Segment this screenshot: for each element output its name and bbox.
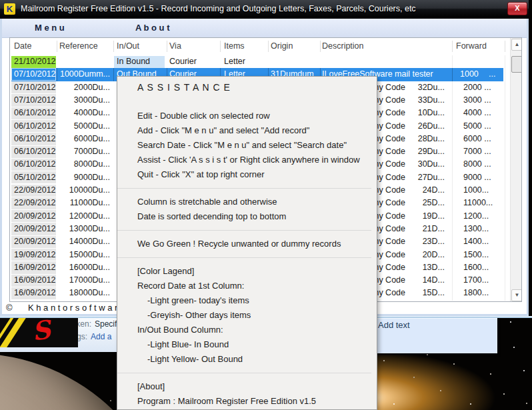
cell-reference: 1000Dumm... (57, 68, 110, 81)
cell-code: 30Du... (383, 158, 445, 171)
scroll-up-icon[interactable]: ▲ (511, 39, 522, 51)
cell-code: 19D... (383, 210, 445, 223)
cell-reference: 12000Du... (57, 210, 110, 223)
header-divider (452, 41, 453, 52)
title-bar[interactable]: K Mailroom Register Free Edition v1.5 - … (0, 0, 529, 19)
cell-code: 32Du... (383, 81, 445, 94)
cell-forward: 1300... (463, 223, 489, 235)
cell-forward: 6000 ... (463, 133, 491, 145)
scroll-down-icon[interactable]: ▼ (511, 289, 522, 301)
column-header-reference[interactable]: Reference (59, 38, 98, 55)
copyright-name: K h a n t o r s o f t w a r e (28, 302, 125, 314)
column-header-items[interactable]: Items (224, 38, 245, 55)
cell-date: 20/09/2012 (14, 223, 56, 235)
cell-date: 06/10/2012 (14, 107, 56, 119)
date-taken-value: Specif (95, 319, 117, 329)
cell-reference: 3000Du... (57, 94, 110, 107)
assistance-panel[interactable]: A S S I S T A N C E Edit - Double click … (117, 76, 377, 410)
header-divider (320, 41, 321, 52)
legend-light-green: -Light green- today's items (137, 293, 371, 308)
header-divider (505, 41, 505, 52)
copyright-symbol: © (6, 302, 13, 314)
add-text-label: Add text (378, 320, 410, 330)
cell-date: 07/10/2012 (14, 81, 56, 94)
logo-glyph: S (30, 318, 52, 347)
scrollbar-thumb[interactable] (511, 56, 522, 73)
legend-greyish: -Greyish- Other days items (137, 308, 371, 323)
cell-date: 06/10/2012 (14, 120, 56, 133)
screen: Date taken: Specif Tags: Add a S Add tex… (0, 0, 532, 410)
cell-reference: 18000Du... (57, 287, 110, 299)
cell-date: 21/10/2012 (14, 55, 56, 68)
close-button[interactable]: X (507, 2, 527, 15)
cell-reference: 17000Du... (57, 274, 110, 287)
cell-date: 16/09/2012 (14, 261, 56, 274)
cell-date: 20/09/2012 (14, 235, 56, 248)
divider (117, 230, 371, 231)
cell-date: 19/09/2012 (14, 249, 56, 261)
cell-reference: 4000Du... (57, 107, 110, 119)
cell-code: 29Du... (383, 145, 445, 158)
column-header-forward[interactable]: Forward (456, 38, 487, 55)
window-border (0, 19, 2, 316)
assistance-title: A S S I S T A N C E (137, 82, 371, 93)
cell-date: 06/10/2012 (14, 133, 56, 145)
divider (117, 373, 371, 373)
cell-date: 22/09/2012 (14, 184, 56, 197)
cell-forward: 7000 ... (463, 145, 491, 158)
column-header-via[interactable]: Via (169, 38, 181, 55)
cell-code: 23D... (383, 235, 445, 248)
app-icon: K (4, 3, 15, 15)
assist-line-add: Add - Click "M e n u" and select "Add re… (137, 123, 371, 138)
cell-reference: 10000Du... (57, 184, 110, 197)
cell-reference: 13000Du... (57, 223, 110, 235)
menu-bar: M e n u A b o u t (0, 19, 529, 38)
column-header-origin[interactable]: Origin (271, 38, 293, 55)
column-header-date[interactable]: Date (14, 38, 31, 55)
cell-forward: 1400... (463, 235, 489, 248)
column-header-description[interactable]: Description (322, 38, 364, 55)
cell-forward-ellipsis: ... (489, 68, 495, 81)
cell-code: 10Du... (383, 107, 445, 119)
cell-date: 05/10/2012 (14, 171, 56, 184)
menu-item-about[interactable]: A b o u t (135, 19, 170, 37)
cell-reference: 16000Du... (57, 261, 110, 274)
column-header-inout[interactable]: In/Out (117, 38, 139, 55)
about-header: [About] (137, 379, 371, 394)
cell-date: 06/10/2012 (14, 145, 56, 158)
assist-line-edit: Edit - Double click on selected row (137, 109, 371, 123)
cell-date: 07/10/2012 (14, 68, 56, 81)
legend-date-header: Record Date at 1st Column: (137, 279, 371, 293)
cell-date: 16/09/2012 (14, 287, 56, 299)
cell-code: 21D... (383, 223, 445, 235)
cell-reference: 8000Du... (57, 158, 110, 171)
table-row-today[interactable]: 21/10/2012 In Bound Courier Letter (10, 55, 509, 68)
window-title: Mailroom Register Free Edition v1.5 - Re… (21, 0, 416, 18)
cell-code: 14D... (383, 274, 445, 287)
cell-code: 28Du... (383, 133, 445, 145)
cell-date: 07/10/2012 (14, 94, 56, 107)
cell-forward: 9000 ... (463, 171, 491, 184)
cell-forward: 1700... (463, 274, 489, 287)
cell-forward: 1500... (463, 249, 489, 261)
menu-item-menu[interactable]: M e n u (35, 19, 65, 37)
header-divider (57, 41, 57, 52)
tags-add-link[interactable]: Add a (91, 332, 111, 341)
cell-forward: 11000... (463, 197, 493, 209)
cell-code: 13D... (383, 261, 445, 274)
cell-reference: 15000Du... (57, 249, 110, 261)
cell-reference: 6000Du... (57, 133, 110, 145)
header-divider (113, 41, 114, 52)
legend-light-yellow: -Light Yellow- Out Bound (137, 352, 371, 367)
cell-forward: 1200... (463, 210, 489, 223)
cell-reference: 14000Du... (57, 235, 110, 248)
legend-inout-header: In/Out Bound Column: (137, 323, 371, 337)
cell-code: 25D... (383, 197, 445, 209)
assist-line-search-date: Search Date - Click "M e n u" and select… (137, 138, 371, 153)
cell-code: 27Du... (383, 171, 445, 184)
vertical-scrollbar[interactable]: ▲ ▼ (510, 38, 522, 301)
cell-divider (113, 68, 114, 81)
assist-line-quit: Quit - Click "X" at top right corner (137, 167, 371, 182)
cell-reference: 9000Du... (57, 171, 110, 184)
assist-line-sorting: Date is sorted decending top to bottom (137, 209, 371, 224)
